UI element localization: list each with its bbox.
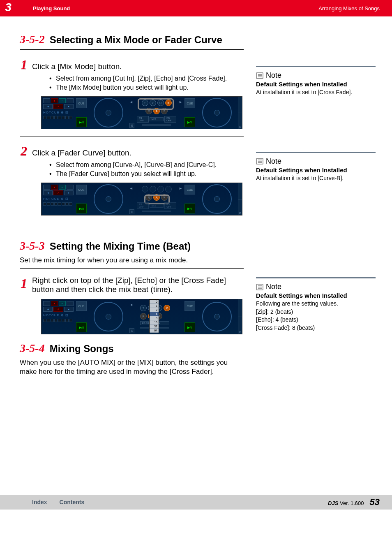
- note-divider: [256, 277, 376, 278]
- fader-curve-screenshot: ■↔ ◄A► HOTCUE ⊕ ⊡ CUE ▶/II: [41, 183, 242, 215]
- cue-button-a[interactable]: CUE: [76, 98, 87, 108]
- section-353-heading: 3-5-3 Setting the Mixing Time (Beat): [20, 239, 244, 253]
- header-section-title: Playing Sound: [33, 5, 70, 12]
- mix-mode-highlight: [138, 98, 174, 110]
- step-353-1-title: Right click on top of the [Zip], [Echo] …: [32, 276, 244, 294]
- step-1-title: Click a [Mix Mode] button.: [32, 62, 122, 71]
- play-pause-button-a[interactable]: ▶/II: [76, 322, 87, 332]
- note-text: At installation it is set to [Curve-B].: [256, 174, 376, 183]
- cross-fader[interactable]: [142, 211, 171, 212]
- note-subtitle: Default Settings when Installed: [256, 167, 376, 174]
- beat-option[interactable]: 16: [150, 320, 159, 324]
- play-pause-button-a[interactable]: ▶/II: [76, 204, 87, 213]
- mix-mode-screenshot: ■↔ ◄A► HOTCUE ⊕ ⊡ CUE ▶/II: [41, 96, 242, 129]
- note-icon: [256, 284, 263, 290]
- note-icon: [256, 72, 263, 79]
- section-number: 3-5-4: [20, 342, 45, 355]
- chapter-number-tab: 3: [0, 0, 16, 16]
- jog-wheel-a[interactable]: [88, 98, 129, 127]
- section-354-body: When you use the [AUTO MIX] or the [MIX]…: [20, 358, 244, 376]
- step-1-bullets: Select from among [Cut In], [Zip], [Echo…: [49, 75, 244, 91]
- version-label: DJS Ver. 1.600: [328, 500, 364, 506]
- section-352-heading: 3-5-2 Selecting a Mix Mode or Fader Curv…: [20, 33, 244, 46]
- cue-button-a[interactable]: CUE: [76, 301, 87, 311]
- cue-button-b[interactable]: CUE: [184, 185, 195, 195]
- note-subtitle: Default Settings when Installed: [256, 81, 376, 88]
- page-footer: Index Contents DJS Ver. 1.600 53: [0, 495, 392, 510]
- section-title: Selecting a Mix Mode or Fader Curve: [50, 34, 222, 46]
- mix-beat-screenshot: ■↔ ◄A► HOTCUE ⊕ ⊡ CUE ▶/II: [41, 299, 242, 334]
- bullet-item: Select from among [Curve-A], [Curve-B] a…: [49, 161, 244, 169]
- step-2-bullets: Select from among [Curve-A], [Curve-B] a…: [49, 161, 244, 178]
- cue-button-a[interactable]: CUE: [76, 185, 87, 195]
- page-header: 3 Playing Sound Arranging Mixes of Songs: [0, 0, 392, 16]
- mix-button[interactable]: MIX: [150, 117, 164, 121]
- cue-button-b[interactable]: CUE: [184, 98, 195, 108]
- divider: [20, 268, 244, 269]
- beat-option[interactable]: 2: [150, 308, 159, 312]
- beat-option-selected[interactable]: 4: [150, 312, 159, 316]
- note-text: Following are the setting values.: [256, 300, 376, 308]
- page-number: 53: [370, 497, 380, 507]
- note-subtitle: Default Settings when Installed: [256, 292, 376, 299]
- jog-wheel-b[interactable]: [197, 98, 237, 127]
- bullet-item: Select from among [Cut In], [Zip], [Echo…: [49, 75, 244, 82]
- play-pause-button-b[interactable]: ▶/II: [184, 117, 195, 127]
- note-divider: [256, 66, 376, 67]
- play-pause-button-a[interactable]: ▶/II: [76, 117, 87, 127]
- note-text: At installation it is set to [Cross Fade…: [256, 88, 376, 97]
- divider: [20, 49, 244, 50]
- fs-off-b[interactable]: FS OFF: [164, 116, 176, 123]
- jog-wheel-b[interactable]: [197, 302, 237, 331]
- section-title: Mixing Songs: [50, 343, 114, 354]
- note-text: [Cross Fade]: 8 (beats): [256, 324, 376, 332]
- note-divider: [256, 152, 376, 153]
- jog-wheel-a[interactable]: [88, 184, 129, 214]
- note-text: [Zip]: 2 (beats): [256, 308, 376, 316]
- note-heading: Note: [256, 283, 376, 291]
- header-content: Playing Sound Arranging Mixes of Songs: [16, 0, 392, 16]
- beat-option[interactable]: 0: [150, 300, 159, 304]
- section-number: 3-5-3: [20, 239, 45, 253]
- note-heading: Note: [256, 71, 376, 80]
- cue-button-b[interactable]: CUE: [184, 301, 195, 311]
- fs-off-a[interactable]: FS OFF: [137, 116, 149, 123]
- index-link[interactable]: Index: [32, 499, 47, 505]
- beat-option[interactable]: 64: [150, 329, 159, 333]
- beat-option[interactable]: 32: [150, 324, 159, 329]
- header-page-context: Arranging Mixes of Songs: [318, 5, 380, 12]
- beat-option[interactable]: 8: [150, 316, 159, 320]
- step-2-title: Click a [Fader Curve] button.: [32, 148, 131, 158]
- note-icon: [256, 158, 263, 164]
- section-title: Setting the Mixing Time (Beat): [50, 241, 191, 252]
- note-heading: Note: [256, 157, 376, 166]
- beat-option[interactable]: 1: [150, 304, 159, 308]
- cross-fader[interactable]: [142, 124, 171, 126]
- section-354-heading: 3-5-4 Mixing Songs: [20, 342, 244, 355]
- contents-link[interactable]: Contents: [60, 499, 85, 505]
- step-number-2: 2: [21, 144, 27, 159]
- section-number: 3-5-2: [20, 33, 45, 46]
- bullet-item: The [Fader Curve] button you select will…: [49, 170, 244, 178]
- divider: [20, 137, 244, 137]
- step-number-1: 1: [21, 57, 27, 72]
- play-pause-button-b[interactable]: ▶/II: [184, 204, 195, 213]
- beat-dropdown[interactable]: 0 1 2 4 8 16 32 64: [149, 299, 159, 333]
- jog-wheel-a[interactable]: [88, 302, 129, 331]
- jog-wheel-b[interactable]: [197, 184, 237, 214]
- step-number-1: 1: [21, 276, 27, 291]
- play-pause-button-b[interactable]: ▶/II: [184, 322, 195, 332]
- section-353-intro: Set the mix timing for when you are usin…: [20, 256, 244, 265]
- note-text: [Echo]: 4 (beats): [256, 316, 376, 324]
- bullet-item: The [Mix Mode] button you select will li…: [49, 84, 244, 91]
